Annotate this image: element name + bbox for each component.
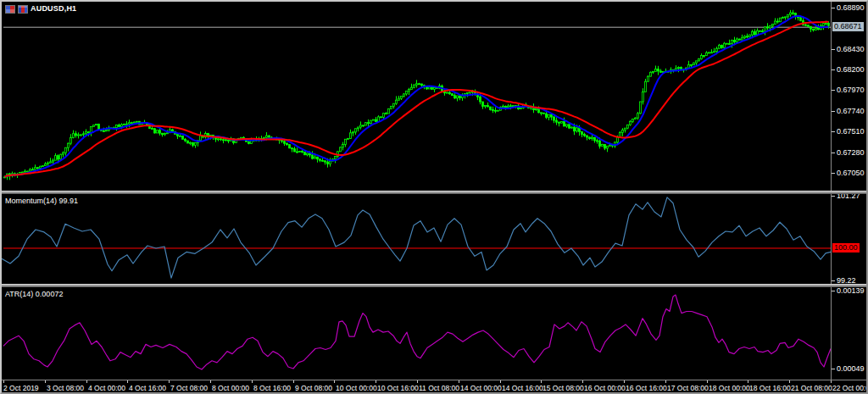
time-axis-label: 14 Oct 00:00	[460, 384, 502, 392]
time-axis-tick	[500, 380, 501, 383]
atr-label-row: ATR(14) 0.00072	[5, 290, 63, 299]
price-axis-label-tick	[832, 173, 835, 174]
atr-axis-label: 0.00139	[837, 287, 865, 295]
time-axis-tick	[252, 380, 253, 383]
time-axis-tick	[665, 380, 666, 383]
time-axis-tick	[45, 380, 46, 383]
price-axis-label: 0.68890	[837, 4, 865, 12]
price-axis-label: 0.67510	[837, 128, 865, 136]
time-axis-label: 8 Oct 16:00	[253, 384, 291, 392]
momentum-label-row: Momentum(14) 99.91	[5, 197, 78, 206]
time-axis-tick	[127, 380, 128, 383]
time-axis-label: 11 Oct 08:00	[419, 384, 459, 392]
price-axis-label-tick	[832, 131, 835, 132]
candlesticks	[4, 10, 830, 180]
time-axis-tick	[831, 380, 832, 383]
time-axis-label: 21 Oct 08:00	[791, 384, 832, 392]
time-axis-tick	[789, 380, 790, 383]
time-axis-label: 9 Oct 08:00	[295, 384, 332, 392]
time-axis-tick	[624, 380, 625, 383]
time-axis-label: 10 Oct 00:00	[336, 384, 377, 392]
mom-indicator-line	[2, 197, 831, 278]
atr-axis-label-tick	[832, 369, 835, 369]
price-axis-label-tick	[832, 49, 835, 50]
time-axis-label: 3 Oct 08:00	[47, 384, 84, 392]
time-axis-label: 17 Oct 08:00	[667, 384, 709, 392]
time-axis-label: 18 Oct 16:00	[749, 384, 791, 392]
time-axis[interactable]: 2 Oct 20193 Oct 08:004 Oct 00:004 Oct 16…	[2, 380, 868, 394]
time-axis-label: 4 Oct 16:00	[129, 384, 166, 392]
time-axis-label: 14 Oct 16:00	[502, 384, 543, 392]
chart-window: AUDUSD,H1 Momentum(14) 99.91 ATR(14) 0.0…	[0, 0, 868, 394]
time-axis-label: 18 Oct 00:00	[709, 384, 750, 392]
price-axis-label-tick	[832, 153, 835, 153]
price-axis-label: 0.68430	[837, 46, 865, 53]
time-axis-label: 10 Oct 16:00	[377, 384, 419, 392]
time-axis-tick	[293, 380, 294, 383]
price-axis-label-tick	[832, 69, 835, 70]
time-axis-label: 8 Oct 00:00	[212, 384, 249, 392]
time-axis-tick	[210, 380, 211, 383]
time-axis-tick	[376, 380, 376, 383]
price-axis-label: 0.67280	[837, 149, 865, 157]
time-axis-tick	[707, 380, 708, 383]
time-axis-label: 16 Oct 16:00	[626, 384, 667, 392]
atr-indicator-line	[3, 295, 831, 369]
momentum-chart-canvas[interactable]	[2, 194, 868, 284]
price-axis-label-tick	[832, 8, 835, 8]
panel-divider[interactable]	[2, 284, 868, 287]
time-axis-label: 22 Oct 00:00	[832, 384, 868, 392]
atr-indicator-name: ATR(14)	[5, 290, 33, 298]
time-axis-tick	[582, 380, 583, 383]
time-axis-tick	[417, 380, 418, 383]
bid-price-marker: 0.68671	[832, 22, 864, 31]
price-axis-label: 0.67970	[837, 86, 865, 94]
atr-axis-label-tick	[832, 291, 835, 291]
time-axis-tick	[748, 380, 748, 383]
time-axis-label: 15 Oct 08:00	[542, 384, 584, 392]
momentum-axis-label-tick	[832, 280, 835, 281]
price-axis-label-tick	[832, 111, 835, 112]
time-axis-label: 7 Oct 08:00	[170, 384, 208, 392]
slow-ma-line	[5, 22, 829, 177]
atr-axis-label: 0.00049	[837, 365, 865, 373]
price-axis-label-tick	[832, 90, 835, 91]
time-axis-tick	[459, 380, 459, 383]
time-axis-label: 2 Oct 2019	[3, 384, 39, 392]
time-axis-tick	[3, 380, 4, 383]
momentum-axis-label-tick	[832, 196, 835, 197]
indicator-window-icon[interactable]	[18, 5, 28, 14]
atr-current-value: 0.00072	[36, 290, 64, 298]
momentum-indicator-name: Momentum(14)	[5, 197, 57, 205]
atr-chart-canvas[interactable]	[2, 287, 868, 380]
time-axis-tick	[169, 380, 170, 383]
momentum-current-value: 99.91	[59, 197, 79, 205]
price-axis-label: 0.67740	[837, 108, 865, 115]
time-axis-label: 16 Oct 00:00	[584, 384, 626, 392]
price-chart-canvas[interactable]	[2, 2, 868, 191]
panel-divider[interactable]	[2, 191, 868, 194]
fast-ma-line	[5, 16, 829, 177]
time-axis-label: 4 Oct 00:00	[88, 384, 125, 392]
chart-title-row: AUDUSD,H1	[5, 4, 76, 14]
time-axis-tick	[541, 380, 542, 383]
price-axis-label: 0.68200	[837, 66, 865, 74]
time-axis-tick	[334, 380, 335, 383]
chart-symbol-title: AUDUSD,H1	[31, 4, 76, 14]
level-100-marker: 100.00	[832, 243, 860, 252]
time-axis-tick	[86, 380, 87, 383]
chart-window-icon[interactable]	[5, 5, 15, 14]
price-axis-label: 0.67050	[837, 169, 865, 177]
